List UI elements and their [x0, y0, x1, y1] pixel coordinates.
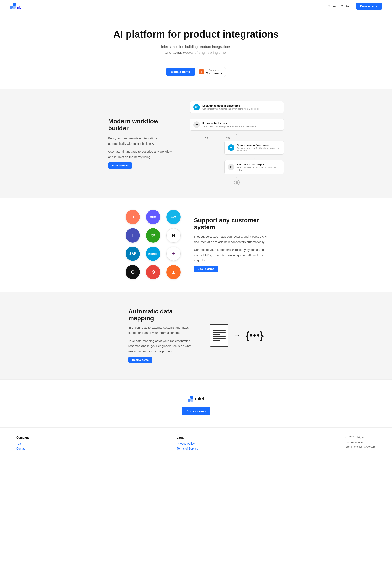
hero-title: AI platform for product integrations	[10, 29, 382, 40]
integrations-book-demo-button[interactable]: Book a demo	[194, 266, 218, 272]
nav-link-contact[interactable]: Contact	[341, 4, 351, 8]
wf-step2-icon: ⇄	[193, 121, 200, 128]
integrations-logo-grid: H stripe xero T QB N SAP salesforce ✦ ⊙	[125, 210, 182, 279]
branch-labels: No Yes	[190, 136, 284, 139]
footer-legal-heading: Legal	[177, 436, 198, 439]
wf-step4-icon: ⊞	[228, 164, 234, 170]
svg-rect-5	[188, 399, 190, 401]
wf-wrapper: SF Look up contact in Salesforce Get con…	[190, 101, 284, 185]
wf-step1: SF Look up contact in Salesforce Get con…	[190, 101, 284, 113]
wf-step3: SF Create case in Salesforce Create a ne…	[224, 141, 284, 155]
yc-text: Backed by Combinator	[206, 69, 223, 75]
doc-line-5	[213, 338, 226, 339]
inlet-logo-icon	[10, 3, 15, 9]
wf-step3-icon: SF	[228, 144, 234, 151]
integrations-title: Support any customer system	[194, 217, 267, 231]
integrations-section: H stripe xero T QB N SAP salesforce ✦ ⊙	[0, 198, 392, 292]
wf-connector1: ↓	[236, 113, 238, 119]
datamapping-para1: Inlet connects to external systems and m…	[129, 325, 194, 335]
doc-line-1	[213, 330, 226, 331]
footer-privacy-link[interactable]: Privacy Policy	[177, 442, 198, 445]
logo-github: ⊙	[126, 265, 140, 279]
wf-connector4: ↓	[236, 174, 238, 180]
yc-badge: Y Backed by Combinator	[196, 67, 226, 77]
footer-company-col: Company Team Contact	[16, 436, 29, 452]
wf-branch-no	[190, 141, 222, 174]
svg-rect-2	[13, 6, 15, 9]
workflow-book-demo-button[interactable]: Book a demo	[108, 162, 132, 169]
svg-rect-1	[13, 3, 15, 6]
footer-logo-icon	[188, 396, 193, 401]
svg-rect-6	[190, 396, 193, 399]
footer-copy-col: © 2024 Inlet, Inc. 150 3rd Avenue San Fr…	[346, 436, 376, 449]
json-dot-3	[257, 334, 260, 337]
logo-clockify: ⊙	[146, 265, 160, 279]
nav-logo[interactable]: inlet	[10, 3, 22, 9]
logo-hubspot: H	[126, 210, 140, 224]
hero-section: AI platform for product integrations Inl…	[0, 12, 392, 89]
datamapping-book-demo-button[interactable]: Book a demo	[129, 357, 153, 363]
footer-logo: inlet	[10, 396, 382, 401]
doc-line-6	[213, 340, 220, 341]
logo-notion: N	[166, 228, 181, 243]
workflow-diagram: SF Look up contact in Salesforce Get con…	[190, 101, 284, 185]
footer-cta-section: inlet Book a demo	[0, 379, 392, 427]
datamapping-visual: → { }	[210, 324, 264, 347]
svg-text:H: H	[131, 215, 134, 219]
doc-icon	[210, 324, 229, 347]
workflow-section: Modern workflow builder Build, test, and…	[0, 89, 392, 198]
footer-address: 150 3rd Avenue San Francisco, CA 94118	[346, 441, 376, 449]
wf-connector3: ↓	[224, 155, 284, 160]
datamapping-para2: Take data mapping off of your implementa…	[129, 338, 194, 354]
nav-logo-text: inlet	[16, 6, 22, 9]
logo-slack: ✦	[166, 247, 181, 261]
mapping-arrow-icon: →	[233, 331, 241, 340]
logo-salesforce: salesforce	[146, 247, 160, 261]
navbar: inlet Team Contact Book a demo	[0, 0, 392, 12]
wf-step1-content: Look up contact in Salesforce Get contac…	[202, 104, 260, 110]
yc-logo-icon: Y	[199, 70, 204, 74]
datamapping-text: Automatic data mapping Inlet connects to…	[129, 308, 194, 363]
wf-step1-icon: SF	[193, 104, 200, 111]
footer-terms-link[interactable]: Terms of Service	[177, 447, 198, 450]
footer-bottom: Company Team Contact Legal Privacy Polic…	[0, 428, 392, 460]
wf-step4: ⊞ Set Case ID as output Store the ID of …	[224, 160, 284, 174]
wf-stop-inner	[236, 181, 238, 184]
json-icon: { }	[246, 329, 264, 342]
json-dot-1	[250, 334, 252, 337]
json-dots	[250, 334, 260, 337]
doc-line-3	[213, 334, 220, 335]
svg-rect-0	[10, 6, 13, 9]
nav-book-demo-button[interactable]: Book a demo	[356, 3, 382, 10]
footer-logo-text: inlet	[195, 396, 204, 401]
logo-teams: T	[126, 228, 140, 243]
hero-book-demo-button[interactable]: Book a demo	[166, 68, 195, 75]
workflow-para2: Use natural language to describe any wor…	[108, 149, 174, 159]
wf-branch-yes: SF Create case in Salesforce Create a ne…	[224, 141, 284, 174]
wf-branches: SF Create case in Salesforce Create a ne…	[190, 141, 284, 174]
json-brace-open: {	[246, 329, 250, 342]
json-dot-2	[253, 334, 256, 337]
svg-rect-7	[190, 399, 193, 401]
footer-team-link[interactable]: Team	[16, 442, 29, 445]
integrations-text: Support any customer system Inlet suppor…	[194, 217, 267, 272]
logo-xero: xero	[166, 210, 181, 224]
datamapping-section: Automatic data mapping Inlet connects to…	[0, 292, 392, 380]
integrations-para1: Inlet supports 100+ app connectors, and …	[194, 234, 267, 244]
nav-links: Team Contact Book a demo	[328, 3, 382, 10]
footer-contact-link[interactable]: Contact	[16, 447, 29, 450]
logo-sap: SAP	[126, 247, 140, 261]
logo-quickbooks: QB	[146, 228, 160, 243]
workflow-para1: Build, test, and maintain integrations a…	[108, 136, 174, 146]
nav-link-team[interactable]: Team	[328, 4, 336, 8]
json-brace-close: }	[260, 329, 263, 342]
workflow-text: Modern workflow builder Build, test, and…	[108, 118, 174, 169]
footer-book-demo-button[interactable]: Book a demo	[182, 407, 210, 415]
wf-connector2: ↓	[236, 131, 238, 136]
workflow-title: Modern workflow builder	[108, 118, 174, 132]
wf-step4-content: Set Case ID as output Store the ID of th…	[237, 163, 280, 171]
doc-line-2	[213, 332, 226, 333]
wf-step2: ⇄ If the contact exists If the contact w…	[190, 119, 284, 131]
datamapping-title: Automatic data mapping	[129, 308, 194, 322]
footer-legal-col: Legal Privacy Policy Terms of Service	[177, 436, 198, 452]
